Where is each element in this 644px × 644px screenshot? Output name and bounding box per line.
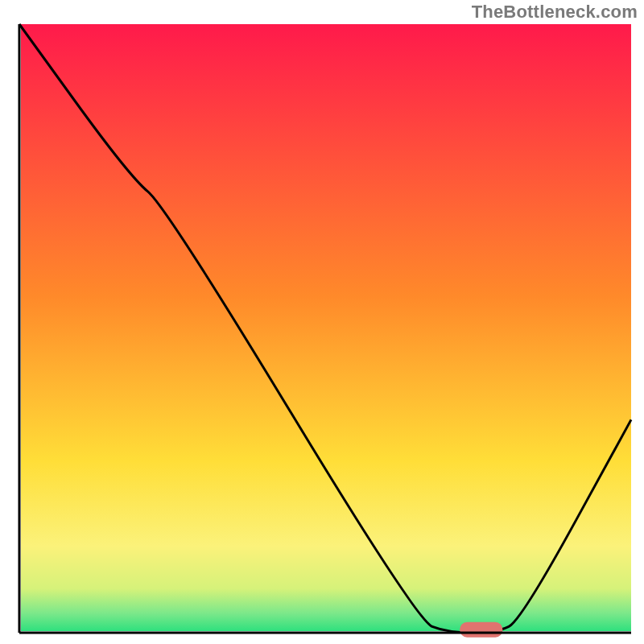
gradient-background: [21, 24, 631, 631]
watermark-label: TheBottleneck.com: [472, 2, 638, 23]
bottleneck-chart: TheBottleneck.com: [0, 0, 644, 644]
optimal-marker: [460, 622, 502, 638]
chart-svg: [0, 0, 644, 644]
